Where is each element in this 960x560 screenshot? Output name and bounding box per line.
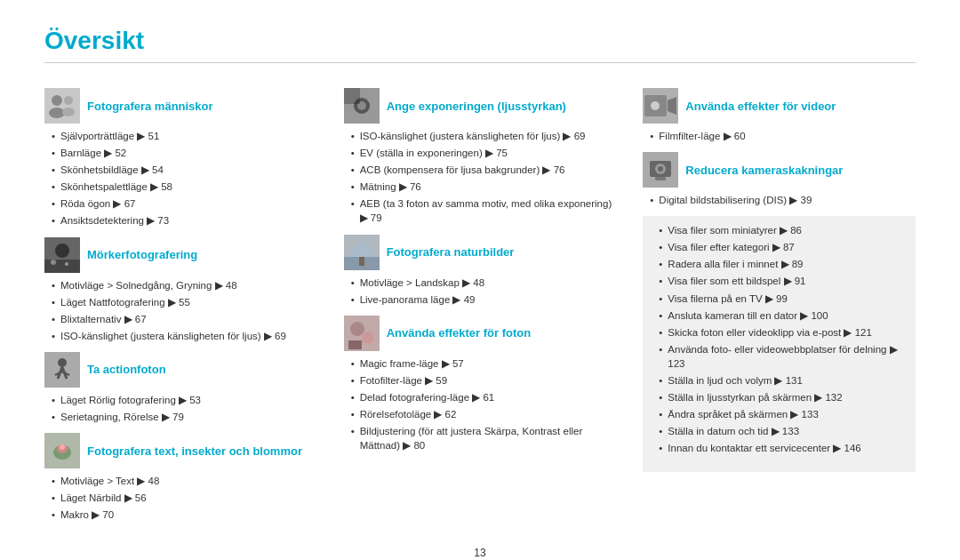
list-item: Använda foto- eller videowebbplatser för… bbox=[659, 342, 907, 371]
list-item: Ställa in ljusstyrkan på skärmen ▶ 132 bbox=[659, 390, 907, 404]
svg-rect-23 bbox=[344, 88, 360, 104]
svg-rect-31 bbox=[348, 340, 362, 349]
section-action-title: Ta actionfoton bbox=[87, 363, 166, 376]
list-item: Skönhetspalettläge ▶ 58 bbox=[52, 180, 317, 194]
section-stabilize-header: Reducera kameraskakningar bbox=[643, 152, 916, 188]
list-item: Delad fotografering-läge ▶ 61 bbox=[351, 390, 617, 404]
list-item: Ställa in datum och tid ▶ 133 bbox=[659, 424, 907, 438]
svg-point-11 bbox=[58, 358, 67, 367]
list-item: Blixtalternativ ▶ 67 bbox=[52, 312, 317, 326]
section-stabilize-list: Digital bildstabilisering (DIS) ▶ 39 bbox=[643, 193, 916, 207]
list-item: Digital bildstabilisering (DIS) ▶ 39 bbox=[650, 193, 916, 207]
section-night-title: Mörkerfotografering bbox=[87, 248, 197, 261]
column-2: Ange exponeringen (ljusstyrkan) ISO-käns… bbox=[344, 79, 617, 531]
svg-point-8 bbox=[51, 260, 56, 265]
column-1: Fotografera människor Självporträttläge … bbox=[44, 79, 317, 531]
exposure-icon bbox=[344, 88, 380, 124]
section-action-header: Ta actionfoton bbox=[44, 352, 317, 388]
section-video-effects-title: Använda effekter för videor bbox=[685, 100, 836, 113]
list-item: Fotofilter-läge ▶ 59 bbox=[351, 373, 617, 388]
svg-point-39 bbox=[658, 166, 663, 172]
list-item: Visa filer som miniatyrer ▶ 86 bbox=[659, 223, 907, 237]
section-nature-title: Fotografera naturbilder bbox=[387, 245, 515, 259]
section-night-header: Mörkerfotografering bbox=[44, 237, 317, 273]
action-icon bbox=[44, 352, 80, 388]
list-item: Skönhetsbildläge ▶ 54 bbox=[52, 163, 317, 177]
list-item: ISO-känslighet (justera känsligheten för… bbox=[52, 329, 317, 343]
night-icon bbox=[44, 237, 80, 273]
svg-point-1 bbox=[52, 95, 62, 106]
svg-rect-40 bbox=[655, 177, 666, 180]
stabilize-icon bbox=[643, 152, 678, 188]
main-content: Fotografera människor Självporträttläge … bbox=[44, 79, 916, 531]
list-item: ACB (kompensera för ljusa bakgrunder) ▶ … bbox=[351, 163, 617, 177]
list-item: Läget Närbild ▶ 56 bbox=[52, 491, 317, 505]
list-item: Live-panorama läge ▶ 49 bbox=[351, 292, 617, 307]
list-item: AEB (ta 3 foton av samma motiv, med olik… bbox=[351, 196, 617, 225]
section-photo-effects-title: Använda effekter för foton bbox=[387, 326, 532, 340]
section-people-list: Självporträttläge ▶ 51 Barnläge ▶ 52 Skö… bbox=[44, 129, 317, 228]
list-item: ISO-känslighet (justera känsligheten för… bbox=[351, 129, 617, 143]
photo-effects-icon bbox=[344, 316, 380, 351]
svg-point-3 bbox=[64, 96, 73, 105]
list-item: Självporträttläge ▶ 51 bbox=[52, 129, 317, 143]
column-3: Använda effekter för videor Filmfilter-l… bbox=[643, 79, 916, 531]
section-stabilize-title: Reducera kameraskakningar bbox=[685, 164, 843, 177]
section-people-header: Fotografera människor bbox=[44, 88, 317, 124]
svg-point-9 bbox=[65, 262, 68, 266]
section-exposure-title: Ange exponeringen (ljusstyrkan) bbox=[387, 100, 566, 113]
svg-rect-7 bbox=[44, 260, 80, 273]
list-item: Makro ▶ 70 bbox=[52, 508, 317, 522]
list-item: Motivläge > Landskap ▶ 48 bbox=[351, 276, 617, 290]
list-item: Radera alla filer i minnet ▶ 89 bbox=[659, 257, 907, 271]
svg-point-19 bbox=[60, 444, 65, 450]
svg-point-29 bbox=[350, 322, 364, 336]
svg-point-6 bbox=[55, 244, 69, 258]
list-item: Visa filerna på en TV ▶ 99 bbox=[659, 292, 907, 306]
section-exposure-header: Ange exponeringen (ljusstyrkan) bbox=[344, 88, 617, 124]
section-photo-effects-header: Använda effekter för foton bbox=[344, 316, 617, 351]
video-effects-icon bbox=[643, 88, 678, 124]
svg-point-4 bbox=[62, 108, 75, 116]
page-title: Översikt bbox=[44, 27, 916, 55]
shaded-items-list: Visa filer som miniatyrer ▶ 86 Visa file… bbox=[652, 223, 907, 455]
list-item: Röda ögon ▶ 67 bbox=[52, 196, 317, 211]
section-video-effects-header: Använda effekter för videor bbox=[643, 88, 916, 124]
section-people-title: Fotografera människor bbox=[87, 100, 213, 113]
section-nature-list: Motivläge > Landskap ▶ 48 Live-panorama … bbox=[344, 276, 617, 307]
list-item: Ansiktsdetektering ▶ 73 bbox=[52, 213, 317, 228]
shaded-list-box: Visa filer som miniatyrer ▶ 86 Visa file… bbox=[643, 216, 916, 471]
list-item: Visa filer efter kategori ▶ 87 bbox=[659, 240, 907, 254]
list-item: Motivläge > Text ▶ 48 bbox=[52, 474, 317, 488]
section-exposure-list: ISO-känslighet (justera känsligheten för… bbox=[344, 129, 617, 226]
svg-point-35 bbox=[651, 101, 660, 110]
people-icon bbox=[44, 88, 80, 124]
list-item: Bildjustering (för att justera Skärpa, K… bbox=[351, 424, 617, 452]
list-item: Rörelsefotoläge ▶ 62 bbox=[351, 407, 617, 421]
list-item: Läget Rörlig fotografering ▶ 53 bbox=[52, 393, 317, 407]
list-item: Ställa in ljud och volym ▶ 131 bbox=[659, 373, 907, 388]
svg-rect-0 bbox=[44, 88, 80, 124]
list-item: Serietagning, Rörelse ▶ 79 bbox=[52, 410, 317, 424]
list-item: Läget Nattfotografering ▶ 55 bbox=[52, 295, 317, 309]
list-item: Barnläge ▶ 52 bbox=[52, 146, 317, 160]
section-video-effects-list: Filmfilter-läge ▶ 60 bbox=[643, 129, 916, 143]
page-number: 13 bbox=[44, 547, 916, 559]
list-item: Magic frame-läge ▶ 57 bbox=[351, 356, 617, 371]
title-divider bbox=[44, 62, 916, 63]
section-macro-header: Fotografera text, insekter och blommor bbox=[44, 433, 317, 468]
section-action-list: Läget Rörlig fotografering ▶ 53 Serietag… bbox=[44, 393, 317, 424]
section-macro-list: Motivläge > Text ▶ 48 Läget Närbild ▶ 56… bbox=[44, 474, 317, 522]
svg-rect-27 bbox=[359, 257, 364, 266]
list-item: EV (ställa in exponeringen) ▶ 75 bbox=[351, 146, 617, 160]
section-macro-title: Fotografera text, insekter och blommor bbox=[87, 444, 302, 458]
list-item: Innan du kontaktar ett servicecenter ▶ 1… bbox=[659, 441, 907, 455]
list-item: Mätning ▶ 76 bbox=[351, 180, 617, 194]
svg-point-30 bbox=[362, 332, 374, 344]
list-item: Motivläge > Solnedgång, Gryning ▶ 48 bbox=[52, 278, 317, 292]
macro-icon bbox=[44, 433, 80, 468]
list-item: Visa filer som ett bildspel ▶ 91 bbox=[659, 274, 907, 288]
list-item: Skicka foton eller videoklipp via e-post… bbox=[659, 325, 907, 340]
section-photo-effects-list: Magic frame-läge ▶ 57 Fotofilter-läge ▶ … bbox=[344, 356, 617, 453]
nature-icon bbox=[344, 235, 380, 270]
